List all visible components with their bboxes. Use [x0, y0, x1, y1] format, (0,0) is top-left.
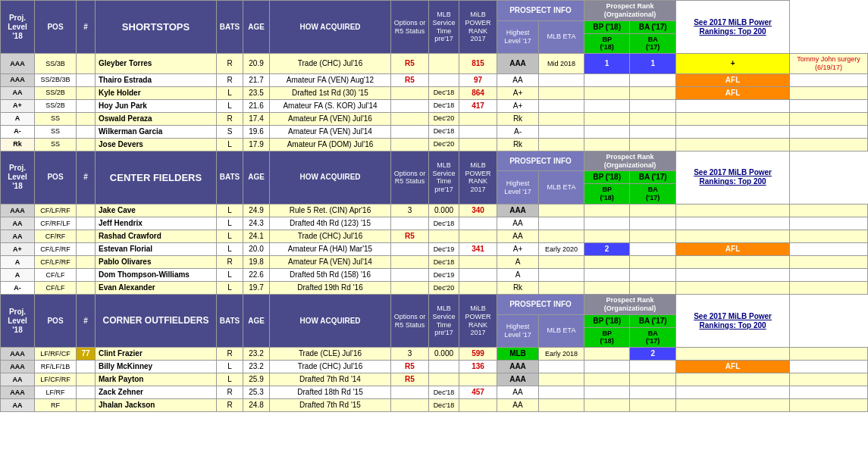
num-olivares [77, 255, 96, 268]
r5-florial [391, 242, 429, 255]
age-alexander: 19.7 [243, 281, 270, 294]
ba17-header-cf: BA ('17) [630, 171, 676, 184]
top200-link-ss[interactable]: See 2017 MiLB Power Rankings: Top 200 [676, 1, 790, 54]
ba-zehner [630, 386, 676, 399]
bp-estrada [584, 73, 630, 86]
notes2-mckinney [790, 361, 868, 373]
bats-garcia: S [217, 125, 243, 138]
r5-zehner [391, 386, 429, 399]
age-holder: 23.5 [243, 86, 270, 99]
age-mckinney: 23.2 [243, 361, 270, 373]
power-garcia [459, 125, 497, 138]
bats-cave: L [217, 204, 243, 217]
eta-jackson [539, 399, 584, 412]
power-zehner: 457 [459, 386, 497, 399]
power-cave: 340 [459, 204, 497, 217]
bats-torres: R [217, 54, 243, 74]
name-alexander: Evan Alexander [96, 281, 217, 294]
num-payton [77, 373, 96, 386]
options-header-cf: Options or R5 Status [391, 151, 429, 204]
name-florial: Estevan Florial [96, 242, 217, 255]
proj-level-header-cf: Proj.Level'18 [1, 151, 35, 204]
power-devers [459, 138, 497, 151]
notes-holder: AFL [676, 86, 790, 99]
bp-hendrix [584, 217, 630, 230]
proj-holder: AA [1, 86, 35, 99]
service-torres [429, 54, 459, 74]
ba-jackson [630, 399, 676, 412]
highest-level-header-ss: Highest Level '17 [497, 20, 539, 54]
bats-mckinney: L [217, 361, 243, 373]
notes2-frazier [790, 348, 868, 361]
milb-power-header-cf: MiLB POWER RANK 2017 [459, 151, 497, 204]
highest-frazier: MLB [497, 348, 539, 361]
num-header-co: # [77, 294, 96, 347]
name-crawford: Rashad Crawford [96, 230, 217, 242]
bats-olivares: R [217, 255, 243, 268]
proj-level-header-ss: Proj.Level'18 [1, 1, 35, 54]
prospect-rank-header-co: Prospect Rank (Organizational) [584, 294, 676, 314]
r5-frazier: 3 [391, 348, 429, 361]
bp-alexander [584, 281, 630, 294]
eta-payton [539, 373, 584, 386]
num-header-cf: # [77, 151, 96, 204]
ba-alexander [630, 281, 676, 294]
bp18-sub-co: BP('18) [584, 327, 630, 348]
r5-mckinney: R5 [391, 361, 429, 373]
acq-payton: Drafted 7th Rd '14 [270, 373, 391, 386]
bats-alexander: L [217, 281, 243, 294]
ba-hendrix [630, 217, 676, 230]
bats-frazier: R [217, 348, 243, 361]
proj-hendrix: AA [1, 217, 35, 230]
pos-devers: SS [35, 138, 77, 151]
notes2-estrada [790, 73, 868, 86]
power-frazier: 599 [459, 348, 497, 361]
r5-olivares [391, 255, 429, 268]
age-olivares: 19.8 [243, 255, 270, 268]
num-dtw [77, 268, 96, 281]
power-payton [459, 373, 497, 386]
r5-park [391, 99, 429, 112]
pos-garcia: SS [35, 125, 77, 138]
proj-peraza: A [1, 112, 35, 125]
highest-jackson: AA [497, 399, 539, 412]
notes2-jackson [790, 399, 868, 412]
notes-park [676, 99, 790, 112]
power-park: 417 [459, 99, 497, 112]
bp-torres: 1 [584, 54, 630, 74]
ba17-header-ss: BA ('17) [630, 20, 676, 33]
notes-jackson [676, 399, 790, 412]
service-cave: 0.000 [429, 204, 459, 217]
options-header-ss: Options or R5 Status [391, 1, 429, 54]
how-acquired-header-ss: HOW ACQUIRED [270, 1, 391, 54]
bats-header-co: BATS [217, 294, 243, 347]
age-cave: 24.9 [243, 204, 270, 217]
age-frazier: 23.2 [243, 348, 270, 361]
proj-park: A+ [1, 99, 35, 112]
r5-cave: 3 [391, 204, 429, 217]
service-payton [429, 373, 459, 386]
top200-link-co[interactable]: See 2017 MiLB Power Rankings: Top 200 [676, 294, 790, 347]
highest-torres: AAA [497, 54, 539, 74]
bp-frazier [584, 348, 630, 361]
notes2-peraza [790, 112, 868, 125]
pos-torres: SS/3B [35, 54, 77, 74]
notes-devers [676, 138, 790, 151]
service-park: Dec'18 [429, 99, 459, 112]
num-cave [77, 204, 96, 217]
power-jackson [459, 399, 497, 412]
num-estrada [77, 73, 96, 86]
proj-level-header-co: Proj.Level'18 [1, 294, 35, 347]
pos-alexander: CF/LF [35, 281, 77, 294]
bats-crawford: L [217, 230, 243, 242]
proj-crawford: AA [1, 230, 35, 242]
age-payton: 25.9 [243, 373, 270, 386]
bats-park: L [217, 99, 243, 112]
prospect-info-header-co: PROSPECT INFO [497, 294, 584, 314]
prospect-info-header-cf: PROSPECT INFO [497, 151, 584, 171]
pos-header-cf: POS [35, 151, 77, 204]
eta-estrada [539, 73, 584, 86]
top200-link-cf[interactable]: See 2017 MiLB Power Rankings: Top 200 [676, 151, 790, 204]
mlb-eta-header-cf: MLB ETA [539, 171, 584, 205]
age-torres: 20.9 [243, 54, 270, 74]
